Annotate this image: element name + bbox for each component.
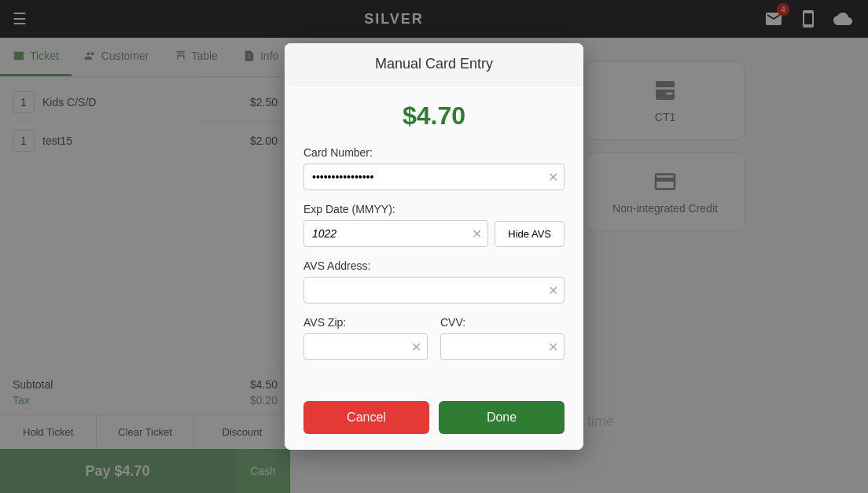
card-number-label: Card Number: xyxy=(303,146,565,159)
card-number-group: Card Number: ✕ xyxy=(303,146,565,190)
avs-zip-group: AVS Zip: ✕ xyxy=(303,316,428,360)
avs-address-group: AVS Address: ✕ xyxy=(303,259,565,304)
exp-date-input[interactable] xyxy=(303,220,488,247)
hide-avs-button[interactable]: Hide AVS xyxy=(495,221,565,247)
avs-zip-clear-icon[interactable]: ✕ xyxy=(411,340,421,355)
cvv-input[interactable] xyxy=(440,333,565,360)
avs-address-label: AVS Address: xyxy=(303,259,565,272)
card-number-clear-icon[interactable]: ✕ xyxy=(548,170,558,185)
avs-address-clear-icon[interactable]: ✕ xyxy=(548,283,558,298)
exp-date-clear-icon[interactable]: ✕ xyxy=(472,226,482,241)
avs-address-input[interactable] xyxy=(303,277,565,304)
modal-title: Manual Card Entry xyxy=(285,43,583,86)
cvv-group: CVV: ✕ xyxy=(440,316,565,360)
cancel-button[interactable]: Cancel xyxy=(303,401,429,434)
avs-zip-input-wrapper: ✕ xyxy=(303,333,428,360)
done-button[interactable]: Done xyxy=(439,401,565,434)
modal-body: $4.70 Card Number: ✕ Exp Date (MMYY): ✕ … xyxy=(285,86,583,388)
manual-card-entry-modal: Manual Card Entry $4.70 Card Number: ✕ E… xyxy=(285,43,583,450)
cvv-label: CVV: xyxy=(440,316,565,329)
exp-input-wrapper: ✕ xyxy=(303,220,488,247)
exp-date-row: ✕ Hide AVS xyxy=(303,220,565,247)
card-number-input-wrapper: ✕ xyxy=(303,164,565,190)
modal-overlay: Manual Card Entry $4.70 Card Number: ✕ E… xyxy=(0,0,868,493)
exp-date-label: Exp Date (MMYY): xyxy=(303,203,565,215)
avs-address-input-wrapper: ✕ xyxy=(303,277,565,304)
modal-amount: $4.70 xyxy=(303,101,565,131)
cvv-clear-icon[interactable]: ✕ xyxy=(548,340,558,355)
avs-zip-label: AVS Zip: xyxy=(303,316,428,329)
exp-date-group: Exp Date (MMYY): ✕ Hide AVS xyxy=(303,203,565,247)
card-number-input[interactable] xyxy=(303,164,565,190)
modal-footer: Cancel Done xyxy=(285,388,583,450)
cvv-input-wrapper: ✕ xyxy=(440,333,565,360)
avs-zip-input[interactable] xyxy=(303,333,428,360)
avs-zip-cvv-row: AVS Zip: ✕ CVV: ✕ xyxy=(303,316,565,373)
